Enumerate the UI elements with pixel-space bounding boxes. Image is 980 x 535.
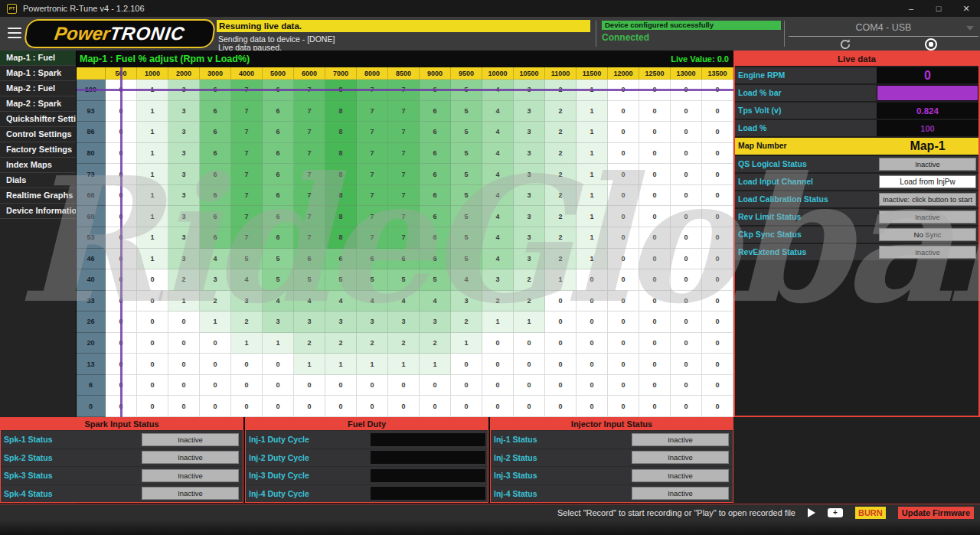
map-cell[interactable]: 5: [420, 269, 451, 291]
map-cell[interactable]: 1: [137, 206, 168, 227]
map-cell[interactable]: 2: [420, 333, 451, 354]
map-cell[interactable]: 7: [357, 143, 388, 165]
map-cell[interactable]: 7: [294, 185, 325, 207]
map-cell[interactable]: 0: [639, 354, 671, 375]
map-cell[interactable]: 5: [451, 249, 482, 270]
map-cell[interactable]: 4: [482, 143, 514, 165]
map-cell[interactable]: 3: [514, 185, 545, 207]
map-cell[interactable]: 4: [263, 291, 294, 312]
col-header-13500[interactable]: 13500: [702, 67, 733, 80]
map-cell[interactable]: 4: [482, 227, 514, 249]
map-cell[interactable]: 0: [608, 206, 639, 227]
map-cell[interactable]: 0: [671, 269, 702, 291]
sidebar-item-index-maps[interactable]: Index Maps: [0, 158, 76, 173]
map-cell[interactable]: 7: [231, 101, 263, 122]
map-cell[interactable]: 7: [294, 227, 325, 249]
menu-icon[interactable]: [8, 28, 21, 38]
map-cell[interactable]: 6: [200, 143, 231, 165]
map-cell[interactable]: 0: [137, 269, 168, 291]
map-cell[interactable]: 0: [137, 312, 168, 333]
col-header-5000[interactable]: 5000: [263, 67, 294, 80]
refresh-icon[interactable]: [839, 38, 851, 51]
map-cell[interactable]: 0: [577, 312, 608, 333]
map-cell[interactable]: 2: [545, 122, 577, 143]
map-cell[interactable]: 4: [482, 185, 514, 207]
map-cell[interactable]: 7: [388, 164, 420, 185]
map-cell[interactable]: 3: [200, 269, 231, 291]
status-badge[interactable]: Load from InjPw: [879, 175, 976, 188]
map-cell[interactable]: 3: [514, 143, 545, 165]
map-cell[interactable]: 8: [325, 164, 357, 185]
map-cell[interactable]: 3: [263, 312, 294, 333]
map-cell[interactable]: 0: [294, 396, 325, 417]
map-cell[interactable]: 0: [577, 269, 608, 291]
map-cell[interactable]: 0: [514, 396, 545, 417]
col-header-10500[interactable]: 10500: [514, 67, 545, 80]
col-header-7000[interactable]: 7000: [325, 67, 357, 80]
map-cell[interactable]: 0: [702, 122, 733, 143]
map-cell[interactable]: 3: [168, 249, 200, 270]
sidebar-item-map-1-fuel[interactable]: Map-1 : Fuel: [0, 51, 76, 66]
map-cell[interactable]: 2: [545, 101, 577, 122]
col-header-13000[interactable]: 13000: [671, 67, 702, 80]
map-cell[interactable]: 5: [357, 269, 388, 291]
row-header-13[interactable]: 13: [77, 354, 106, 375]
row-header-26[interactable]: 26: [77, 312, 106, 333]
map-cell[interactable]: 0: [168, 354, 200, 375]
col-header-3000[interactable]: 3000: [200, 67, 231, 80]
map-cell[interactable]: 4: [231, 269, 263, 291]
map-cell[interactable]: 0: [231, 396, 263, 417]
map-cell[interactable]: 1: [137, 122, 168, 143]
map-cell[interactable]: 0: [137, 375, 168, 396]
map-cell[interactable]: 1: [137, 249, 168, 270]
map-cell[interactable]: 0: [200, 333, 231, 354]
map-cell[interactable]: 0: [200, 375, 231, 396]
map-cell[interactable]: 6: [420, 164, 451, 185]
status-badge[interactable]: Inactive: [879, 210, 976, 223]
map-cell[interactable]: 0: [545, 396, 577, 417]
map-cell[interactable]: 1: [545, 269, 577, 291]
map-cell[interactable]: 0: [577, 333, 608, 354]
map-cell[interactable]: 0: [608, 101, 639, 122]
map-cell[interactable]: 0: [702, 164, 733, 185]
map-cell[interactable]: 0: [482, 333, 514, 354]
col-header-2000[interactable]: 2000: [168, 67, 200, 80]
map-cell[interactable]: 0: [325, 375, 357, 396]
status-badge[interactable]: Inactive: [879, 158, 976, 171]
map-cell[interactable]: 3: [388, 312, 420, 333]
map-cell[interactable]: 3: [325, 312, 357, 333]
map-cell[interactable]: 2: [545, 143, 577, 165]
map-cell[interactable]: 7: [357, 185, 388, 207]
map-cell[interactable]: 5: [451, 143, 482, 165]
map-cell[interactable]: 0: [608, 249, 639, 270]
map-cell[interactable]: 0: [671, 354, 702, 375]
map-cell[interactable]: 0: [577, 354, 608, 375]
map-cell[interactable]: 1: [577, 185, 608, 207]
map-cell[interactable]: 6: [420, 227, 451, 249]
row-header-6[interactable]: 6: [77, 375, 106, 396]
row-header-93[interactable]: 93: [77, 101, 106, 122]
map-cell[interactable]: 0: [702, 396, 733, 417]
map-cell[interactable]: 8: [325, 227, 357, 249]
map-cell[interactable]: 0: [702, 354, 733, 375]
map-cell[interactable]: 0: [639, 143, 671, 165]
map-cell[interactable]: 7: [231, 185, 263, 207]
map-cell[interactable]: 2: [325, 333, 357, 354]
map-cell[interactable]: 0: [671, 249, 702, 270]
map-cell[interactable]: 2: [451, 312, 482, 333]
map-cell[interactable]: 8: [325, 122, 357, 143]
map-cell[interactable]: 5: [451, 185, 482, 207]
map-cell[interactable]: 0: [545, 291, 577, 312]
map-cell[interactable]: 7: [388, 101, 420, 122]
status-badge[interactable]: Inactive: [879, 246, 976, 259]
map-cell[interactable]: 1: [200, 312, 231, 333]
map-cell[interactable]: 6: [200, 101, 231, 122]
map-cell[interactable]: 7: [231, 164, 263, 185]
col-header-11000[interactable]: 11000: [545, 67, 577, 80]
sidebar-item-quickshifter-settings[interactable]: Quickshifter Settings: [0, 112, 76, 127]
map-cell[interactable]: 1: [357, 354, 388, 375]
map-cell[interactable]: 1: [137, 143, 168, 165]
map-cell[interactable]: 0: [482, 396, 514, 417]
map-cell[interactable]: 0: [608, 396, 639, 417]
map-cell[interactable]: 7: [388, 122, 420, 143]
